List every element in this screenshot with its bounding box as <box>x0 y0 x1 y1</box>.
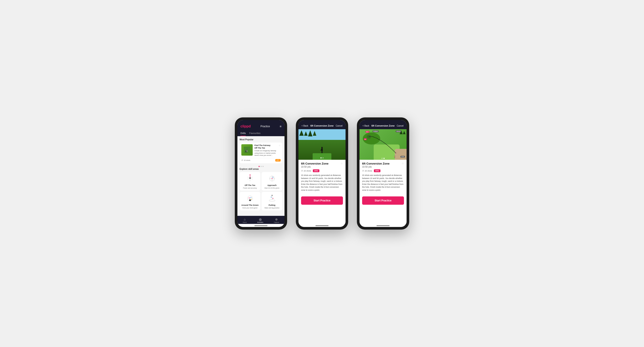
favourite-icon-2[interactable]: ☆ <box>340 162 343 165</box>
phone-2: < Back 6ft Conversion Zone Cancel <box>296 117 348 230</box>
drill-card-footer: ⏱ 10 shots OTT <box>241 158 280 162</box>
player-figure: 🏌️ <box>394 156 396 158</box>
app-logo: clippd <box>240 124 251 128</box>
clock-icon-2: ⏱ <box>301 170 303 172</box>
svg-point-35 <box>321 147 323 148</box>
skill-desc-putting: Make and lag practice <box>264 207 279 209</box>
drill-content-3: Miss Hit FAIRWAY ROUGH SAND 🏌️ 6ft Conve… <box>360 129 406 224</box>
clock-icon-3: ⏱ <box>362 170 364 172</box>
skill-card-ott[interactable]: Off The Tee Power and accuracy <box>240 172 260 191</box>
skill-desc-approach: Dial-in to hit the green <box>264 187 279 189</box>
activities-icon: ◎ <box>259 218 262 221</box>
screen-3: < Back 6ft Conversion Zone Cancel <box>360 120 406 227</box>
svg-point-13 <box>272 178 272 179</box>
explore-label: Explore skill areas <box>240 168 282 170</box>
drill-info-3: 6ft Conversion Zone 10-50 yds ☆ ⏱ 20 sho… <box>360 160 406 196</box>
sand-label: SAND <box>400 156 405 158</box>
drill-meta-2: ⏱ 20 shots ARG <box>301 169 343 172</box>
tab-drills[interactable]: Drills <box>240 131 246 136</box>
tabs-bar: Drills Favourites <box>238 131 284 136</box>
hero-dots-3 <box>382 158 384 159</box>
nav-activities[interactable]: ◎ Activities <box>257 218 263 223</box>
type-badge-3: ARG <box>374 169 380 172</box>
skill-name-approach: Approach <box>267 184 276 186</box>
svg-point-29 <box>272 195 272 196</box>
drill-info-2: 6ft Conversion Zone 10-50 yds ☆ ⏱ 20 sho… <box>298 160 346 196</box>
favourite-icon[interactable]: ☆ <box>278 144 280 147</box>
hit-label: Hit <box>364 138 367 140</box>
header-title-1: Practice <box>260 125 270 128</box>
skill-desc-ott: Power and accuracy <box>243 187 257 189</box>
ott-icon <box>245 174 255 183</box>
drill-map-illustration: Miss Hit FAIRWAY ROUGH SAND 🏌️ <box>360 129 406 160</box>
drill-range-3: 10-50 yds <box>362 166 390 168</box>
drill-title-3: 6ft Conversion Zone <box>362 162 390 165</box>
menu-icon[interactable]: ≡ <box>280 125 282 128</box>
featured-drill-card[interactable]: Find The Fairway Off The Tee Create an i… <box>240 143 282 163</box>
shots-badge-2: ⏱ 20 shots <box>301 170 311 172</box>
shots-info: ⏱ 10 shots <box>241 159 250 161</box>
svg-line-32 <box>271 196 272 197</box>
hero-dot-3-1[interactable] <box>382 158 382 159</box>
drill-content-2: 6ft Conversion Zone 10-50 yds ☆ ⏱ 20 sho… <box>298 129 346 224</box>
nav-home-label: Home <box>243 221 247 223</box>
skill-card-atg[interactable]: Around The Green Hone your short game <box>240 192 260 210</box>
main-content-1: Most Popular Find The Fairway <box>238 136 284 216</box>
drill-title-2: 6ft Conversion Zone <box>301 162 328 165</box>
shots-badge-3: ⏱ 20 shots <box>362 170 372 172</box>
drill-card-body: Find The Fairway Off The Tee Create an i… <box>254 144 280 157</box>
fairway-label: FAIRWAY <box>372 131 379 132</box>
putting-icon <box>267 194 277 203</box>
header-title-2: 6ft Conversion Zone <box>310 124 334 127</box>
carousel-dots <box>240 165 282 168</box>
hero-dot-3-2[interactable] <box>384 158 384 159</box>
nav-capture-label: Capture <box>274 221 279 223</box>
app-header-1: clippd Practice ≡ <box>238 120 284 131</box>
cancel-button-3[interactable]: Cancel <box>397 125 404 127</box>
home-bar-3 <box>376 225 390 226</box>
back-button-2[interactable]: < Back <box>302 125 308 127</box>
hero-dot-1[interactable] <box>320 157 322 158</box>
drill-meta-3: ⏱ 20 shots ARG <box>362 169 404 172</box>
type-badge-2: ARG <box>313 169 320 172</box>
approach-icon <box>267 174 277 183</box>
drill-type-badge: OTT <box>275 159 280 162</box>
dot-1[interactable] <box>258 166 260 167</box>
favourite-icon-3[interactable]: ☆ <box>402 162 404 165</box>
phone-notch-1 <box>252 117 270 120</box>
nav-capture[interactable]: ⊕ Capture <box>274 218 279 223</box>
rough-label: ROUGH <box>396 131 401 132</box>
miss-label: Miss <box>366 131 369 133</box>
app-header-3: < Back 6ft Conversion Zone Cancel <box>360 120 406 129</box>
drill-description-3: 20 shots are randomly generated at dista… <box>362 174 404 192</box>
skill-card-approach[interactable]: Approach Dial-in to hit the green <box>262 172 282 191</box>
drill-card-subtitle-line: Off The Tee <box>254 147 280 150</box>
phone-1: clippd Practice ≡ Drills Favourites Most… <box>235 117 287 230</box>
svg-line-34 <box>272 198 273 200</box>
start-practice-button-2[interactable]: Start Practice <box>301 196 343 205</box>
start-practice-button-3[interactable]: Start Practice <box>362 196 404 205</box>
phone-notch-3 <box>374 117 392 120</box>
dot-2[interactable] <box>260 166 262 167</box>
header-title-3: 6ft Conversion Zone <box>372 124 394 127</box>
phone-3: < Back 6ft Conversion Zone Cancel <box>357 117 409 230</box>
hero-dot-2[interactable] <box>322 157 324 158</box>
phone-notch-2 <box>313 117 331 120</box>
svg-point-27 <box>269 200 275 201</box>
drill-hero-image <box>298 129 346 160</box>
atg-icon <box>245 194 255 203</box>
app-header-2: < Back 6ft Conversion Zone Cancel <box>298 120 346 129</box>
tab-favourites[interactable]: Favourites <box>249 131 260 136</box>
skill-card-putting[interactable]: Putting Make and lag practice <box>262 192 282 210</box>
svg-point-1 <box>246 150 248 152</box>
hero-dots-2 <box>320 157 324 158</box>
drill-range-2: 10-50 yds <box>301 166 328 168</box>
home-icon: ⌂ <box>244 218 246 221</box>
back-button-3[interactable]: < Back <box>362 125 369 127</box>
nav-home[interactable]: ⌂ Home <box>243 218 247 223</box>
dot-3[interactable] <box>262 166 264 167</box>
svg-point-41 <box>368 136 370 138</box>
svg-point-42 <box>367 135 371 139</box>
cancel-button-2[interactable]: Cancel <box>336 125 342 127</box>
drill-thumbnail <box>241 144 253 156</box>
